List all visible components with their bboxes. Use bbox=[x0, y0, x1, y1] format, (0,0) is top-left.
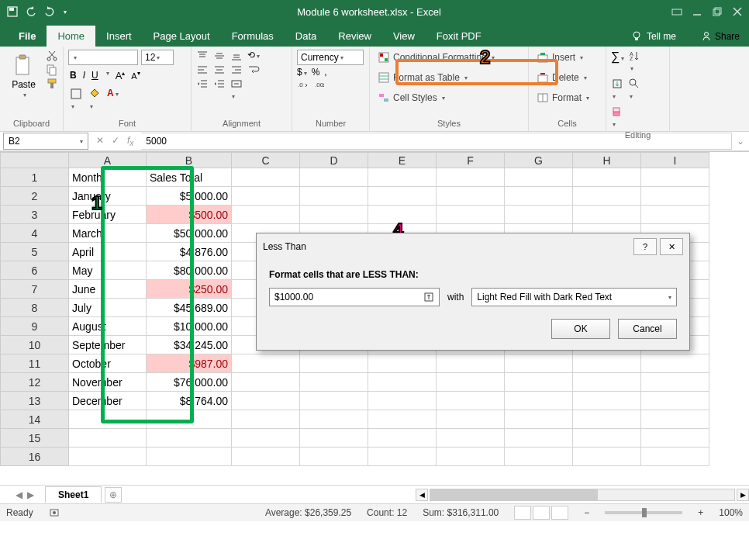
increase-indent-icon[interactable] bbox=[213, 78, 226, 101]
align-bottom-icon[interactable] bbox=[230, 50, 243, 62]
autosum-icon[interactable]: ∑▾ bbox=[611, 50, 624, 73]
cell-month[interactable]: October bbox=[69, 354, 147, 373]
sort-filter-icon[interactable]: AZ▾ bbox=[629, 50, 641, 73]
col-header-C[interactable]: C bbox=[232, 153, 300, 168]
cell-month[interactable]: May bbox=[69, 261, 147, 280]
tab-home[interactable]: Home bbox=[47, 26, 95, 47]
tab-formulas[interactable]: Formulas bbox=[221, 26, 285, 47]
tell-me[interactable]: Tell me bbox=[622, 31, 685, 47]
ribbon-display-icon[interactable] bbox=[671, 6, 682, 17]
insert-function-icon[interactable]: fx bbox=[127, 135, 133, 147]
cell-sales[interactable]: $4,876.00 bbox=[147, 243, 232, 261]
percent-format-icon[interactable]: % bbox=[312, 67, 320, 78]
zoom-in-button[interactable]: + bbox=[698, 507, 703, 518]
col-header-B[interactable]: B bbox=[147, 153, 232, 168]
col-header-I[interactable]: I bbox=[641, 153, 709, 168]
copy-icon[interactable] bbox=[46, 64, 58, 76]
find-select-icon[interactable]: ▾ bbox=[628, 78, 640, 101]
hscroll-thumb[interactable] bbox=[430, 489, 598, 500]
redo-icon[interactable] bbox=[43, 5, 56, 18]
align-middle-icon[interactable] bbox=[213, 50, 226, 62]
cell-sales[interactable]: $500.00 bbox=[147, 206, 232, 224]
cell-sales[interactable]: $5,000.00 bbox=[147, 187, 232, 206]
tab-file[interactable]: File bbox=[8, 26, 47, 47]
decrease-font-icon[interactable]: A▾ bbox=[131, 70, 140, 81]
fill-color-icon[interactable]: ▾ bbox=[88, 88, 101, 111]
cell-month[interactable]: December bbox=[69, 392, 147, 410]
cut-icon[interactable] bbox=[46, 50, 58, 62]
new-sheet-button[interactable]: ⊕ bbox=[105, 487, 122, 503]
increase-decimal-icon[interactable]: .0 bbox=[297, 79, 309, 92]
cell-month[interactable]: January bbox=[69, 187, 147, 206]
cell-month[interactable]: September bbox=[69, 336, 147, 354]
cancel-formula-icon[interactable]: ✕ bbox=[96, 135, 104, 147]
cell-month[interactable]: April bbox=[69, 243, 147, 261]
number-format-combo[interactable]: Currency▾ bbox=[297, 50, 364, 65]
orientation-icon[interactable]: ⟲▾ bbox=[247, 50, 260, 62]
borders-icon[interactable]: ▾ bbox=[70, 88, 82, 111]
zoom-out-button[interactable]: − bbox=[584, 507, 589, 518]
tab-foxit-pdf[interactable]: Foxit PDF bbox=[426, 26, 492, 47]
tab-insert[interactable]: Insert bbox=[95, 26, 143, 47]
merge-center-icon[interactable]: ▾ bbox=[230, 78, 243, 101]
dialog-close-button[interactable]: ✕ bbox=[660, 238, 683, 255]
cell-month[interactable]: March bbox=[69, 224, 147, 243]
align-center-icon[interactable] bbox=[213, 64, 226, 76]
dialog-help-button[interactable]: ? bbox=[633, 238, 657, 255]
cell-month[interactable]: June bbox=[69, 280, 147, 299]
select-all-corner[interactable] bbox=[1, 153, 69, 168]
page-break-view-button[interactable] bbox=[551, 506, 568, 520]
dialog-format-select[interactable]: Light Red Fill with Dark Red Text ▾ bbox=[471, 288, 677, 306]
format-cells-button[interactable]: Format▾ bbox=[533, 90, 601, 105]
col-header-H[interactable]: H bbox=[573, 153, 641, 168]
range-selector-icon[interactable] bbox=[423, 292, 434, 302]
sheet-nav-next-icon[interactable]: ▶ bbox=[27, 489, 34, 500]
align-top-icon[interactable] bbox=[196, 50, 209, 62]
zoom-level[interactable]: 100% bbox=[719, 507, 743, 518]
cell-sales[interactable]: $8,764.00 bbox=[147, 392, 232, 410]
zoom-slider[interactable] bbox=[605, 511, 682, 514]
cell-month[interactable]: July bbox=[69, 299, 147, 317]
page-layout-view-button[interactable] bbox=[533, 506, 550, 520]
fill-icon[interactable]: ▾ bbox=[611, 78, 623, 101]
col-header-D[interactable]: D bbox=[300, 153, 368, 168]
cell-sales[interactable]: $987.00 bbox=[147, 354, 232, 373]
restore-icon[interactable] bbox=[712, 6, 723, 17]
cell-sales[interactable]: $45,689.00 bbox=[147, 299, 232, 317]
name-box[interactable]: B2 ▾ bbox=[3, 133, 88, 150]
font-name-combo[interactable]: ▾ bbox=[68, 50, 138, 65]
enter-formula-icon[interactable]: ✓ bbox=[112, 135, 119, 147]
tab-view[interactable]: View bbox=[382, 26, 426, 47]
italic-button[interactable]: I bbox=[83, 70, 85, 81]
font-size-combo[interactable]: 12▾ bbox=[141, 50, 174, 65]
format-as-table-button[interactable]: Format as Table▾ bbox=[374, 70, 523, 85]
undo-icon[interactable] bbox=[25, 5, 37, 18]
paste-button[interactable]: Paste ▾ bbox=[5, 50, 43, 117]
cell-sales[interactable]: $250.00 bbox=[147, 280, 232, 299]
save-icon[interactable] bbox=[6, 5, 19, 18]
hscroll-left-icon[interactable]: ◀ bbox=[416, 489, 428, 501]
conditional-formatting-button[interactable]: Conditional Formatting▾ bbox=[374, 50, 523, 65]
bold-button[interactable]: B bbox=[70, 70, 77, 81]
share-button[interactable]: Share bbox=[692, 31, 749, 47]
cancel-button[interactable]: Cancel bbox=[618, 319, 677, 339]
cell-sales[interactable]: $76,000.00 bbox=[147, 373, 232, 392]
format-painter-icon[interactable] bbox=[46, 78, 58, 90]
cell-sales[interactable]: $10,000.00 bbox=[147, 317, 232, 336]
delete-cells-button[interactable]: Delete▾ bbox=[533, 70, 601, 85]
sheet-tab-sheet1[interactable]: Sheet1 bbox=[45, 486, 102, 503]
cell-sales[interactable]: $80,000.00 bbox=[147, 261, 232, 280]
increase-font-icon[interactable]: A▴ bbox=[116, 70, 126, 81]
cell-sales[interactable]: $34,245.00 bbox=[147, 336, 232, 354]
dialog-value-input[interactable]: $1000.00 bbox=[269, 288, 440, 306]
cell-month[interactable]: August bbox=[69, 317, 147, 336]
col-header-E[interactable]: E bbox=[368, 153, 437, 168]
ok-button[interactable]: OK bbox=[551, 319, 610, 339]
normal-view-button[interactable] bbox=[514, 506, 531, 520]
accounting-format-icon[interactable]: $▾ bbox=[297, 67, 307, 78]
col-header-A[interactable]: A bbox=[69, 153, 147, 168]
close-icon[interactable] bbox=[732, 6, 743, 17]
macro-record-icon[interactable] bbox=[49, 507, 60, 518]
underline-button[interactable]: U bbox=[91, 70, 98, 81]
minimize-icon[interactable] bbox=[692, 6, 702, 17]
